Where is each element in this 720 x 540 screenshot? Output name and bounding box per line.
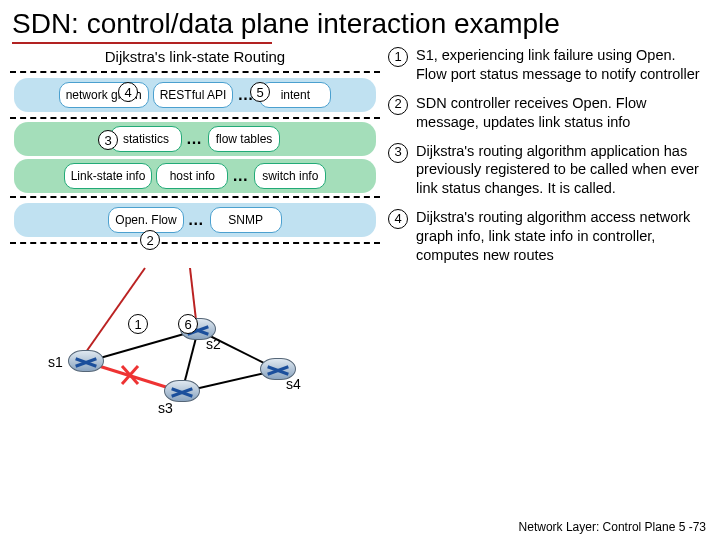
svg-line-8 bbox=[190, 268, 196, 320]
router-s3: s3 bbox=[164, 380, 200, 404]
dots-icon: … bbox=[186, 130, 204, 148]
cell-snmp: SNMP bbox=[210, 207, 282, 233]
label-s1: s1 bbox=[48, 354, 63, 370]
dots-icon: … bbox=[188, 211, 206, 229]
cell-link-state: Link-state info bbox=[64, 163, 153, 189]
cell-openflow: Open. Flow bbox=[108, 207, 183, 233]
step-text: Dijkstra's routing algorithm access netw… bbox=[416, 208, 710, 265]
layer-state-1: statistics … flow tables bbox=[14, 122, 376, 156]
step-num: 4 bbox=[388, 209, 408, 229]
step-text: Dijkstra's routing algorithm application… bbox=[416, 142, 710, 199]
svg-line-6 bbox=[122, 366, 138, 384]
router-s1: s1 bbox=[68, 350, 104, 374]
step-text: S1, experiencing link failure using Open… bbox=[416, 46, 710, 84]
title-text: SDN: control/data plane interaction exam… bbox=[12, 8, 560, 39]
step-num: 3 bbox=[388, 143, 408, 163]
svg-line-5 bbox=[122, 366, 138, 384]
cell-statistics: statistics bbox=[110, 126, 182, 152]
step-3: 3 Dijkstra's routing algorithm applicati… bbox=[388, 142, 710, 199]
label-s4: s4 bbox=[286, 376, 301, 392]
slide-footer: Network Layer: Control Plane 5 -73 bbox=[519, 520, 706, 534]
controller-diagram: Dijkstra's link-state Routing network gr… bbox=[10, 46, 380, 414]
northbound-dash: network graph RESTful API … intent bbox=[10, 71, 380, 119]
layer-apps: network graph RESTful API … intent bbox=[14, 78, 376, 112]
southbound-dash: Open. Flow … SNMP bbox=[10, 196, 380, 244]
router-s4: s4 bbox=[260, 358, 296, 382]
controller-app-label: Dijkstra's link-state Routing bbox=[10, 46, 380, 71]
cell-switch-info: switch info bbox=[254, 163, 326, 189]
label-s2: s2 bbox=[206, 336, 221, 352]
step-2: 2 SDN controller receives Open. Flow mes… bbox=[388, 94, 710, 132]
step-1: 1 S1, experiencing link failure using Op… bbox=[388, 46, 710, 84]
layer-state-2: Link-state info host info … switch info bbox=[14, 159, 376, 193]
cell-intent: intent bbox=[259, 82, 331, 108]
label-s3: s3 bbox=[158, 400, 173, 416]
page-title: SDN: control/data plane interaction exam… bbox=[0, 0, 720, 40]
dots-icon: … bbox=[232, 167, 250, 185]
step-4: 4 Dijkstra's routing algorithm access ne… bbox=[388, 208, 710, 265]
cell-host-info: host info bbox=[156, 163, 228, 189]
step-text: SDN controller receives Open. Flow messa… bbox=[416, 94, 710, 132]
steps-panel: 1 S1, experiencing link failure using Op… bbox=[388, 46, 710, 414]
layer-southbound: Open. Flow … SNMP bbox=[14, 203, 376, 237]
svg-line-7 bbox=[86, 268, 145, 352]
cell-flow-tables: flow tables bbox=[208, 126, 280, 152]
step-num: 2 bbox=[388, 95, 408, 115]
step-num: 1 bbox=[388, 47, 408, 67]
cell-restful-api: RESTful API bbox=[153, 82, 234, 108]
